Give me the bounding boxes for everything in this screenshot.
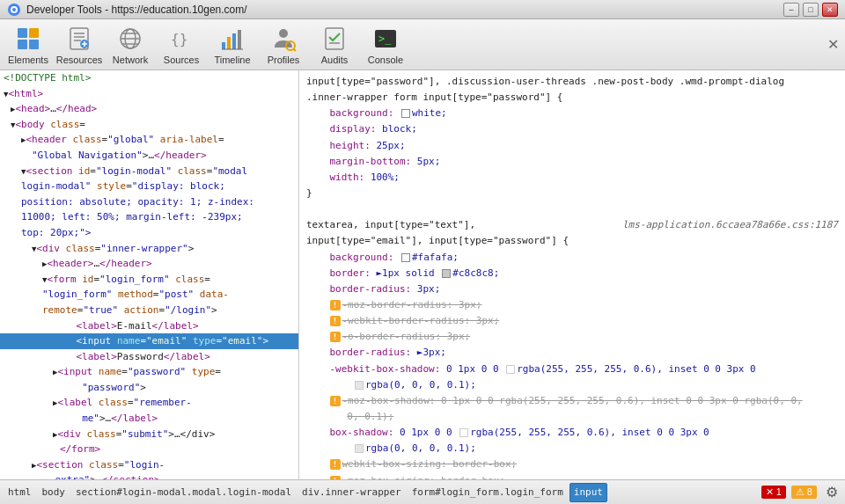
warning-icon: ! (330, 396, 341, 406)
window-title: Developer Tools - https://education.10ge… (26, 4, 783, 16)
resources-icon (65, 25, 93, 53)
status-right: ✕ 1 ⚠ 8 ⚙ (761, 483, 841, 502)
tree-line[interactable]: ▼<body class= (0, 117, 298, 133)
tree-line: "Global Navigation">…</header> (0, 148, 298, 164)
css-prop-line-struck: !-moz-box-sizing: border-box; (299, 473, 845, 479)
breadcrumb-section[interactable]: section#login-modal.modal.login-modal (71, 483, 296, 502)
tree-line: remote="true" action="/login"> (0, 303, 298, 318)
error-badge: ✕ 1 (761, 486, 786, 499)
network-icon (116, 25, 144, 53)
tree-line[interactable]: ▶<head>…</head> (0, 101, 298, 117)
tree-line[interactable]: ▶<div class="submit">…</div> (0, 427, 298, 442)
tree-line[interactable]: <label>Password</label> (0, 349, 298, 365)
tree-line[interactable]: ▼<html> (0, 86, 298, 102)
svg-rect-3 (18, 28, 27, 38)
css-prop-line: border-radius: 3px; (299, 281, 845, 297)
timeline-label: Timeline (214, 55, 250, 65)
tree-line[interactable]: ▶<header class="global" aria-label= (0, 132, 298, 148)
css-prop-line: rgba(0, 0, 0, 0.1); (299, 377, 845, 393)
tree-line: "login_form" method="post" data- (0, 287, 298, 303)
css-close-brace: } (299, 186, 845, 201)
css-selector-line: textarea, input[type="text"], lms-applic… (299, 217, 845, 233)
svg-rect-22 (232, 33, 236, 49)
html-tree-panel[interactable]: <!DOCTYPE html> ▼<html> ▶<head>…</head> … (0, 70, 299, 479)
tree-line[interactable]: ▼<form id="login_form" class= (0, 272, 298, 288)
profiles-icon (269, 25, 298, 53)
tree-line[interactable]: <label>E-mail</label> (0, 318, 298, 334)
breadcrumb-body[interactable]: body (38, 483, 70, 502)
app-icon (7, 3, 21, 17)
tree-line[interactable]: ▶<label class="remember- (0, 395, 298, 411)
tree-line: 11000; left: 50%; margin-left: -239px; (0, 209, 298, 225)
tree-line[interactable]: ▼<section id="login-modal" class="modal (0, 164, 298, 179)
warning-icon: ! (330, 476, 341, 479)
svg-rect-5 (18, 40, 27, 49)
profiles-tool-button[interactable]: Profiles (259, 22, 308, 68)
breadcrumb-form[interactable]: form#login_form.login_form (408, 483, 568, 502)
network-label: Network (113, 55, 148, 65)
profiles-label: Profiles (268, 55, 300, 65)
audits-icon (320, 25, 349, 53)
css-prop-line: width: 100%; (299, 170, 845, 186)
css-prop-line: background: white; (299, 106, 845, 121)
warning-icon: ! (330, 332, 341, 342)
console-icon: >_ (371, 25, 400, 53)
tree-line-selected[interactable]: <input name="email" type="email"> (0, 333, 298, 349)
tree-line[interactable]: ▼<div class="inner-wrapper"> (0, 241, 298, 257)
css-prop-line-struck: !-moz-box-shadow: 0 1px 0 0 rgba(255, 25… (299, 393, 845, 409)
console-tool-button[interactable]: >_ Console (361, 22, 410, 68)
svg-rect-23 (238, 30, 241, 49)
toolbar: Elements Resources (0, 19, 845, 70)
sources-tool-button[interactable]: {} Sources (157, 22, 206, 68)
timeline-tool-button[interactable]: Timeline (208, 22, 257, 68)
css-selector-line: input[type="email"], input[type="passwor… (299, 233, 845, 249)
elements-label: Elements (8, 55, 48, 65)
tree-line: <!DOCTYPE html> (0, 70, 298, 86)
tree-line: </form> (0, 442, 298, 457)
settings-button[interactable]: ⚙ (822, 483, 841, 502)
tree-line: extra">…</section> (0, 472, 298, 479)
breadcrumb-html[interactable]: html (4, 483, 36, 502)
css-prop-line: border: ►1px solid #c8c8c8; (299, 266, 845, 281)
devtools-close-button[interactable]: ✕ (824, 36, 841, 54)
breadcrumb-input[interactable]: input (569, 483, 607, 502)
svg-point-2 (12, 8, 16, 11)
css-prop-line-struck: 0, 0.1); (299, 409, 845, 425)
tree-line[interactable]: ▶<section class="login- (0, 457, 298, 473)
tree-line: "password"> (0, 380, 298, 396)
css-prop-line: box-shadow: 0 1px 0 0 rgba(255, 255, 255… (299, 425, 845, 441)
status-bar: html body section#login-modal.modal.logi… (0, 479, 845, 504)
css-prop-line: height: 25px; (299, 138, 845, 154)
audits-tool-button[interactable]: Audits (310, 22, 359, 68)
resources-tool-button[interactable]: Resources (55, 22, 104, 68)
network-tool-button[interactable]: Network (106, 22, 155, 68)
svg-text:>_: >_ (378, 33, 392, 45)
tree-line[interactable]: ▶<input name="password" type= (0, 364, 298, 380)
svg-line-27 (294, 48, 297, 51)
breadcrumb-div[interactable]: div.inner-wrapper (298, 483, 406, 502)
elements-icon (14, 25, 42, 53)
console-label: Console (368, 55, 403, 65)
css-selector-line: input[type="password"], .discussion-user… (299, 74, 845, 90)
css-file-link[interactable]: lms-application.6ccaea78a66e.css:1187 (622, 217, 838, 233)
svg-rect-6 (29, 40, 39, 49)
tree-line: position: absolute; opacity: 1; z-index: (0, 194, 298, 210)
close-button[interactable]: ✕ (822, 3, 838, 17)
css-prop-line-struck: !webkit-box-sizing: border-box; (299, 457, 845, 472)
tree-line[interactable]: ▶<header>…</header> (0, 256, 298, 272)
css-styles-panel[interactable]: input[type="password"], .discussion-user… (299, 70, 845, 479)
main-area: <!DOCTYPE html> ▼<html> ▶<head>…</head> … (0, 70, 845, 479)
minimize-button[interactable]: – (783, 3, 799, 17)
maximize-button[interactable]: □ (803, 3, 819, 17)
css-spacer (299, 201, 845, 217)
audits-label: Audits (321, 55, 349, 65)
css-prop-line: margin-bottom: 5px; (299, 154, 845, 170)
css-selector-line: .inner-wrapper form input[type="password… (299, 90, 845, 106)
css-prop-line: rgba(0, 0, 0, 0.1); (299, 441, 845, 457)
elements-tool-button[interactable]: Elements (4, 22, 53, 68)
tree-line: me">…</label> (0, 411, 298, 427)
svg-rect-21 (227, 37, 231, 49)
css-prop-line-struck: !-webkit-border-radius: 3px; (299, 313, 845, 329)
warning-icon: ! (330, 300, 341, 310)
svg-point-25 (279, 29, 288, 38)
